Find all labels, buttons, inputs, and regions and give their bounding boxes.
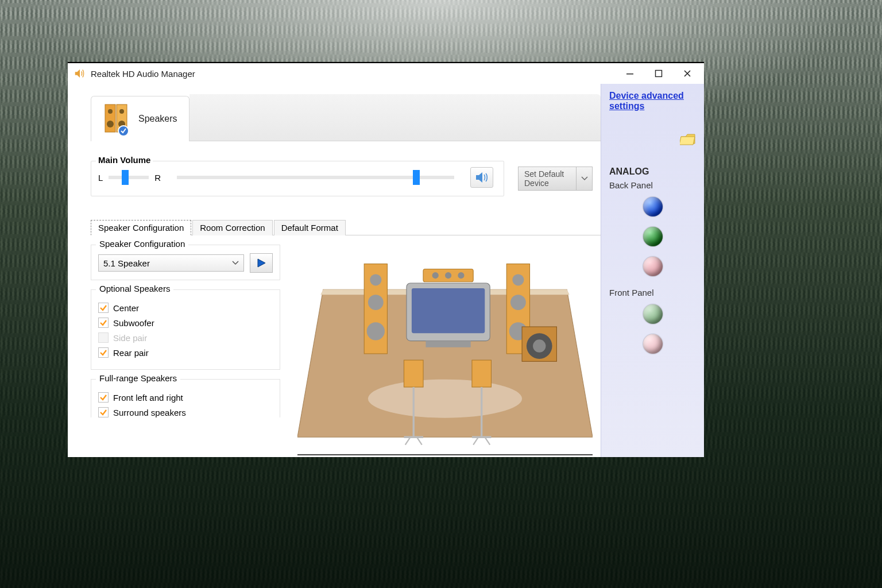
volume-thumb[interactable] [413,170,420,185]
checkbox-front-lr[interactable]: Front left and right [98,392,273,403]
checkbox-subwoofer-label: Subwoofer [113,318,154,328]
checkbox-side-pair-label: Side pair [113,333,147,343]
svg-line-38 [473,437,478,444]
checkbox-surround[interactable]: Surround speakers [98,407,273,417]
checkmark-icon [99,319,107,327]
svg-point-17 [445,272,451,278]
checkmark-icon [99,408,107,416]
speaker-config-value: 5.1 Speaker [103,258,150,268]
speaker-config-group: Speaker Configuration 5.1 Speaker [91,245,280,280]
play-icon [256,258,266,268]
minimize-button[interactable] [616,65,644,82]
checkbox-center[interactable]: Center [98,303,273,313]
svg-rect-1 [656,71,662,77]
checkbox-surround-label: Surround speakers [113,408,186,417]
analog-heading: ANALOG [609,167,696,177]
checkmark-icon [99,393,107,401]
speaker-volume-icon [74,67,86,80]
window-title: Realtek HD Audio Manager [91,69,195,79]
main-volume-legend: Main Volume [96,155,153,165]
front-panel-label: Front Panel [609,288,696,297]
tab-bar-filler [189,94,601,141]
folder-icon[interactable] [680,133,696,146]
speaker-layout-illustration: Speaker Fill [297,245,593,457]
device-advanced-settings-link[interactable]: Device advanced settings [609,91,684,111]
svg-rect-13 [412,288,485,333]
svg-point-18 [458,272,464,278]
checkbox-subwoofer[interactable]: Subwoofer [98,318,273,328]
optional-speakers-legend: Optional Speakers [96,284,173,293]
checkbox-rear-pair[interactable]: Rear pair [98,347,273,358]
speaker-config-legend: Speaker Configuration [96,239,188,249]
device-tab-label: Speakers [138,114,177,124]
svg-point-16 [432,272,439,278]
tab-speaker-configuration[interactable]: Speaker Configuration [91,220,191,235]
full-range-legend: Full-range Speakers [96,373,180,383]
jack-front-green[interactable] [643,304,663,324]
jack-back-blue[interactable] [643,197,663,216]
checkbox-side-pair: Side pair [98,332,273,343]
checkbox-front-lr-label: Front left and right [113,393,183,403]
speakers-icon [103,102,131,136]
optional-speakers-group: Optional Speakers Center Subwoofer Side … [91,289,280,370]
svg-point-5 [119,109,124,114]
main-volume-group: Main Volume L R [91,161,504,196]
svg-point-25 [510,295,526,310]
svg-point-11 [368,380,522,418]
svg-rect-35 [472,360,492,387]
mute-button[interactable] [470,167,493,188]
svg-point-21 [368,295,384,310]
test-play-button[interactable] [250,253,273,273]
jack-front-pink[interactable] [643,334,663,354]
device-tab-speakers[interactable]: Speakers [91,96,189,141]
set-default-device-dropdown[interactable]: Set Default Device [518,167,593,191]
back-panel-label: Back Panel [609,180,696,190]
speaker-config-combobox[interactable]: 5.1 Speaker [98,254,244,272]
balance-slider[interactable]: L R [98,173,161,183]
svg-point-24 [512,274,524,285]
tab-default-format[interactable]: Default Format [274,220,346,235]
app-window: Realtek HD Audio Manager [68,62,704,457]
checkmark-icon [99,349,107,357]
checkbox-center-label: Center [113,303,139,313]
svg-line-33 [405,437,411,444]
svg-rect-14 [425,341,470,347]
svg-point-22 [367,322,385,340]
volume-slider[interactable] [177,176,454,179]
svg-point-4 [108,109,113,114]
svg-rect-0 [626,74,633,75]
balance-thumb[interactable] [122,170,129,185]
svg-point-29 [533,339,546,352]
tab-room-correction[interactable]: Room Correction [192,220,272,235]
maximize-button[interactable] [644,65,673,82]
set-default-device-label: Set Default Device [519,167,576,190]
jack-back-pink[interactable] [643,257,663,276]
svg-rect-2 [105,105,115,132]
svg-rect-30 [404,360,423,387]
chevron-down-icon [232,261,239,265]
jack-back-green[interactable] [643,227,663,246]
svg-point-8 [118,126,129,136]
checkmark-icon [99,304,107,312]
balance-left-label: L [98,173,103,183]
full-range-group: Full-range Speakers Front left and right… [91,379,280,417]
main-panel: Speakers Main Volume L R [68,84,601,457]
chevron-down-icon [576,167,592,190]
close-button[interactable] [673,65,702,82]
side-panel: Device advanced settings ANALOG Back Pan… [601,84,704,457]
svg-line-34 [417,437,422,444]
title-bar[interactable]: Realtek HD Audio Manager [68,63,704,84]
balance-right-label: R [154,173,161,183]
svg-line-39 [485,437,490,444]
checkbox-rear-pair-label: Rear pair [113,348,149,358]
svg-point-20 [370,274,381,285]
sub-tab-bar: Speaker Configuration Room Correction De… [91,219,601,235]
svg-point-6 [107,121,114,127]
